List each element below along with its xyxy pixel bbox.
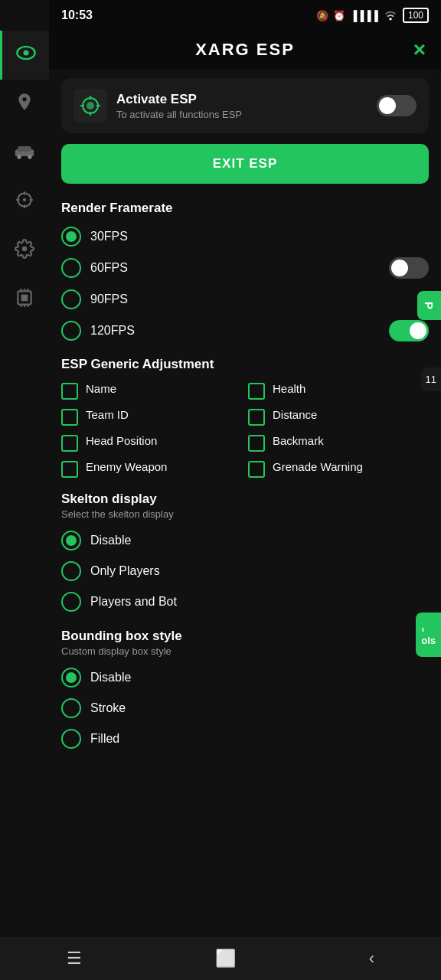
skelton-playersbot-item[interactable]: Players and Bot bbox=[61, 589, 429, 615]
checkbox-headposition-label: Head Position bbox=[86, 433, 157, 449]
bbox-disable-item[interactable]: Disable bbox=[61, 665, 429, 691]
sidebar-item-processor[interactable] bbox=[0, 276, 49, 325]
title-bar: XARG ESP × bbox=[49, 31, 441, 69]
checkbox-enemyweapon-box[interactable] bbox=[61, 461, 78, 478]
bounding-box-group: Disable Stroke Filled bbox=[61, 665, 429, 752]
checkbox-enemyweapon[interactable]: Enemy Weapon bbox=[61, 459, 242, 478]
nav-menu-icon[interactable]: ☰ bbox=[67, 949, 82, 969]
svg-point-22 bbox=[87, 102, 94, 109]
checkbox-backmark-box[interactable] bbox=[248, 435, 265, 452]
mute-icon: 🔕 bbox=[316, 10, 328, 21]
fps-120-toggle[interactable] bbox=[389, 320, 429, 341]
checkbox-distance-box[interactable] bbox=[248, 409, 265, 426]
skelton-disable-item[interactable]: Disable bbox=[61, 528, 429, 554]
fps-30-item[interactable]: 30FPS bbox=[61, 224, 429, 250]
fps-120-label: 120FPS bbox=[90, 324, 135, 338]
bbox-filled-radio[interactable] bbox=[61, 729, 81, 749]
skelton-display-title: Skelton display bbox=[61, 492, 429, 507]
checkbox-grenadewarning[interactable]: Grenade Warning bbox=[248, 459, 429, 478]
checkbox-headposition-box[interactable] bbox=[61, 435, 78, 452]
checkbox-name-label: Name bbox=[86, 381, 116, 397]
bbox-stroke-radio[interactable] bbox=[61, 698, 81, 718]
skelton-display-group: Disable Only Players Players and Bot bbox=[61, 528, 429, 615]
fps-60-label: 60FPS bbox=[90, 261, 128, 275]
skelton-playersbot-label: Players and Bot bbox=[90, 595, 177, 609]
checkbox-grenadewarning-box[interactable] bbox=[248, 461, 265, 478]
nav-home-icon[interactable]: ⬜ bbox=[215, 949, 236, 969]
fps-60-item[interactable]: 60FPS bbox=[61, 254, 429, 282]
close-button[interactable]: × bbox=[413, 38, 426, 62]
signal-icon: ▐▐▐▐ bbox=[350, 10, 378, 21]
nav-back-icon[interactable]: ‹ bbox=[369, 949, 374, 969]
bbox-stroke-item[interactable]: Stroke bbox=[61, 695, 429, 721]
fps-60-toggle[interactable] bbox=[389, 257, 429, 279]
bbox-stroke-label: Stroke bbox=[90, 701, 126, 715]
checkbox-teamid-label: Team ID bbox=[86, 407, 129, 423]
fps-120-radio[interactable] bbox=[61, 321, 81, 341]
sidebar-item-location[interactable] bbox=[0, 80, 49, 129]
main-content: 10:53 🔕 ⏰ ▐▐▐▐ 100 XARG ESP × bbox=[49, 0, 441, 957]
activate-left: Activate ESP To activate all functions E… bbox=[74, 89, 242, 122]
wifi-icon bbox=[383, 8, 398, 23]
checkbox-health-label: Health bbox=[273, 381, 305, 397]
checkbox-backmark[interactable]: Backmark bbox=[248, 433, 429, 452]
svg-point-5 bbox=[28, 155, 31, 158]
skelton-playersbot-radio[interactable] bbox=[61, 592, 81, 612]
car-icon bbox=[14, 142, 35, 165]
sidebar-item-crosshair[interactable] bbox=[0, 178, 49, 227]
skelton-onlyplayers-item[interactable]: Only Players bbox=[61, 558, 429, 584]
skelton-onlyplayers-label: Only Players bbox=[90, 564, 160, 578]
skelton-display-section: Skelton display Select the skelton displ… bbox=[61, 492, 429, 615]
checkbox-teamid-box[interactable] bbox=[61, 409, 78, 426]
checkbox-headposition[interactable]: Head Position bbox=[61, 433, 242, 452]
checkbox-name[interactable]: Name bbox=[61, 381, 242, 400]
crosshair-icon bbox=[15, 190, 34, 214]
esp-generic-title: ESP Generic Adjustment bbox=[61, 357, 429, 372]
svg-point-7 bbox=[23, 198, 26, 201]
floating-tab-number: 11 bbox=[421, 368, 441, 391]
checkbox-distance-label: Distance bbox=[273, 407, 317, 423]
checkbox-distance[interactable]: Distance bbox=[248, 407, 429, 426]
bbox-filled-item[interactable]: Filled bbox=[61, 726, 429, 752]
processor-icon bbox=[15, 288, 34, 312]
battery-icon: 100 bbox=[403, 8, 429, 23]
render-framerate-group: 30FPS 60FPS 90FPS 120FPS bbox=[61, 224, 429, 345]
checkbox-teamid[interactable]: Team ID bbox=[61, 407, 242, 426]
floating-tab-tools[interactable]: ‹ols bbox=[416, 612, 441, 657]
checkbox-grenadewarning-label: Grenade Warning bbox=[273, 459, 363, 475]
skelton-disable-radio[interactable] bbox=[61, 531, 81, 550]
checkbox-health[interactable]: Health bbox=[248, 381, 429, 400]
fps-30-label: 30FPS bbox=[90, 230, 128, 243]
sidebar-item-car[interactable] bbox=[0, 129, 49, 178]
status-time: 10:53 bbox=[61, 8, 93, 22]
checkbox-health-box[interactable] bbox=[248, 383, 265, 400]
sidebar-item-settings[interactable] bbox=[0, 227, 49, 276]
svg-point-4 bbox=[17, 155, 21, 158]
fps-90-radio[interactable] bbox=[61, 289, 81, 309]
bounding-box-title: Bounding box style bbox=[61, 629, 429, 644]
skelton-display-desc: Select the skelton display bbox=[61, 508, 429, 520]
bbox-filled-label: Filled bbox=[90, 732, 119, 746]
skelton-disable-label: Disable bbox=[90, 534, 131, 547]
activate-esp-title: Activate ESP bbox=[116, 92, 242, 107]
bbox-disable-radio[interactable] bbox=[61, 668, 81, 688]
fps-30-radio[interactable] bbox=[61, 227, 81, 247]
gear-icon bbox=[15, 239, 34, 263]
sidebar-item-eye[interactable] bbox=[0, 31, 49, 80]
exit-esp-button[interactable]: EXIT ESP bbox=[61, 144, 429, 184]
skelton-onlyplayers-radio[interactable] bbox=[61, 561, 81, 581]
fps-90-item[interactable]: 90FPS bbox=[61, 286, 429, 312]
svg-point-1 bbox=[23, 51, 28, 56]
floating-tab-p[interactable]: P bbox=[417, 291, 441, 320]
sidebar bbox=[0, 0, 49, 980]
status-bar: 10:53 🔕 ⏰ ▐▐▐▐ 100 bbox=[49, 0, 441, 31]
fps-120-item[interactable]: 120FPS bbox=[61, 317, 429, 345]
status-icons: 🔕 ⏰ ▐▐▐▐ 100 bbox=[316, 8, 429, 23]
activate-esp-toggle[interactable] bbox=[377, 95, 416, 116]
activate-esp-desc: To activate all functions ESP bbox=[116, 109, 242, 120]
bbox-disable-label: Disable bbox=[90, 671, 131, 684]
bottom-nav: ☰ ⬜ ‹ bbox=[0, 937, 441, 980]
checkbox-name-box[interactable] bbox=[61, 383, 78, 400]
eye-icon bbox=[15, 42, 37, 68]
fps-60-radio[interactable] bbox=[61, 258, 81, 278]
